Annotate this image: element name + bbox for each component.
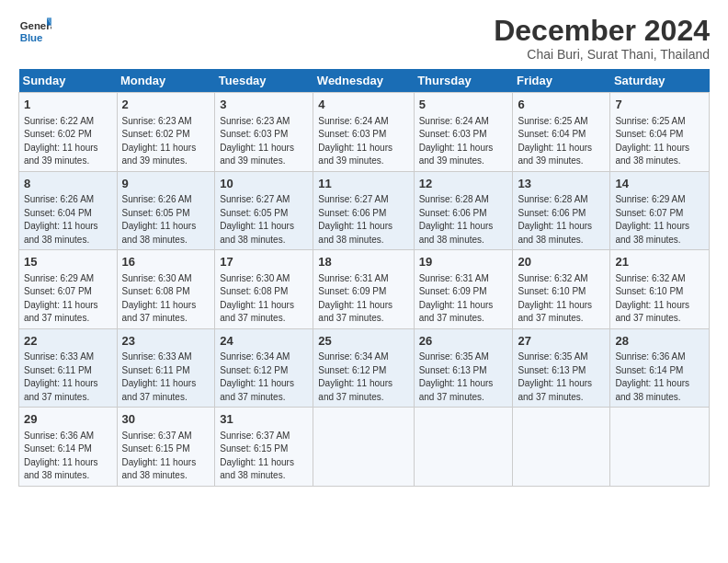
calendar-week-row: 15 Sunrise: 6:29 AMSunset: 6:07 PMDaylig… (19, 250, 710, 329)
calendar-cell (414, 408, 513, 487)
calendar-cell: 20 Sunrise: 6:32 AMSunset: 6:10 PMDaylig… (513, 250, 610, 329)
day-info: Sunrise: 6:23 AMSunset: 6:02 PMDaylight:… (122, 116, 197, 167)
logo: General Blue (18, 15, 51, 48)
day-info: Sunrise: 6:31 AMSunset: 6:09 PMDaylight:… (318, 273, 392, 324)
calendar-cell: 25 Sunrise: 6:34 AMSunset: 6:12 PMDaylig… (313, 328, 414, 408)
col-wednesday: Wednesday (313, 69, 414, 93)
month-title: December 2024 (494, 15, 710, 47)
calendar-week-row: 29 Sunrise: 6:36 AMSunset: 6:14 PMDaylig… (19, 408, 710, 487)
day-number: 27 (518, 333, 605, 350)
day-number: 28 (615, 333, 704, 350)
day-info: Sunrise: 6:37 AMSunset: 6:15 PMDaylight:… (220, 431, 294, 481)
day-info: Sunrise: 6:36 AMSunset: 6:14 PMDaylight:… (24, 431, 98, 481)
calendar-cell: 8 Sunrise: 6:26 AMSunset: 6:04 PMDayligh… (19, 171, 118, 250)
logo-icon: General Blue (18, 15, 51, 48)
day-number: 17 (220, 254, 308, 270)
calendar-body: 1 Sunrise: 6:22 AMSunset: 6:02 PMDayligh… (19, 93, 710, 487)
day-number: 9 (122, 176, 210, 192)
day-info: Sunrise: 6:22 AMSunset: 6:02 PMDaylight:… (24, 116, 98, 167)
day-number: 12 (419, 176, 508, 192)
col-saturday: Saturday (610, 69, 710, 93)
header: General Blue December 2024 Chai Buri, Su… (18, 15, 710, 62)
calendar-cell: 29 Sunrise: 6:36 AMSunset: 6:14 PMDaylig… (19, 408, 118, 487)
calendar-cell: 27 Sunrise: 6:35 AMSunset: 6:13 PMDaylig… (513, 328, 610, 408)
day-info: Sunrise: 6:26 AMSunset: 6:04 PMDaylight:… (24, 194, 98, 245)
day-info: Sunrise: 6:33 AMSunset: 6:11 PMDaylight:… (122, 351, 197, 402)
calendar-cell: 5 Sunrise: 6:24 AMSunset: 6:03 PMDayligh… (414, 93, 513, 172)
day-number: 7 (615, 97, 704, 113)
day-number: 18 (318, 254, 408, 270)
day-number: 21 (615, 254, 704, 270)
day-info: Sunrise: 6:35 AMSunset: 6:13 PMDaylight:… (518, 351, 592, 402)
calendar-cell: 24 Sunrise: 6:34 AMSunset: 6:12 PMDaylig… (215, 328, 313, 408)
col-tuesday: Tuesday (215, 69, 313, 93)
day-info: Sunrise: 6:26 AMSunset: 6:05 PMDaylight:… (122, 194, 197, 245)
page: General Blue December 2024 Chai Buri, Su… (0, 0, 728, 563)
calendar-cell: 23 Sunrise: 6:33 AMSunset: 6:11 PMDaylig… (117, 328, 215, 408)
day-number: 14 (615, 176, 704, 192)
day-info: Sunrise: 6:37 AMSunset: 6:15 PMDaylight:… (122, 431, 197, 481)
day-info: Sunrise: 6:30 AMSunset: 6:08 PMDaylight:… (122, 273, 197, 324)
day-info: Sunrise: 6:24 AMSunset: 6:03 PMDaylight:… (318, 116, 392, 167)
col-sunday: Sunday (19, 69, 118, 93)
calendar-cell: 4 Sunrise: 6:24 AMSunset: 6:03 PMDayligh… (313, 93, 414, 172)
day-info: Sunrise: 6:28 AMSunset: 6:06 PMDaylight:… (419, 194, 494, 245)
day-number: 24 (220, 333, 308, 350)
svg-text:Blue: Blue (20, 32, 43, 43)
day-number: 26 (419, 333, 508, 350)
day-number: 16 (122, 254, 210, 270)
day-info: Sunrise: 6:31 AMSunset: 6:09 PMDaylight:… (419, 273, 494, 324)
calendar-cell: 31 Sunrise: 6:37 AMSunset: 6:15 PMDaylig… (215, 408, 313, 487)
calendar-cell: 12 Sunrise: 6:28 AMSunset: 6:06 PMDaylig… (414, 171, 513, 250)
calendar-cell: 26 Sunrise: 6:35 AMSunset: 6:13 PMDaylig… (414, 328, 513, 408)
day-info: Sunrise: 6:28 AMSunset: 6:06 PMDaylight:… (518, 194, 592, 245)
calendar-week-row: 1 Sunrise: 6:22 AMSunset: 6:02 PMDayligh… (19, 93, 710, 172)
day-info: Sunrise: 6:25 AMSunset: 6:04 PMDaylight:… (518, 116, 592, 167)
calendar-cell: 2 Sunrise: 6:23 AMSunset: 6:02 PMDayligh… (117, 93, 215, 172)
day-number: 13 (518, 176, 605, 192)
calendar-cell: 15 Sunrise: 6:29 AMSunset: 6:07 PMDaylig… (19, 250, 118, 329)
svg-text:General: General (20, 20, 51, 31)
day-info: Sunrise: 6:29 AMSunset: 6:07 PMDaylight:… (615, 194, 689, 245)
calendar-cell: 1 Sunrise: 6:22 AMSunset: 6:02 PMDayligh… (19, 93, 118, 172)
day-info: Sunrise: 6:29 AMSunset: 6:07 PMDaylight:… (24, 273, 98, 324)
calendar-cell: 17 Sunrise: 6:30 AMSunset: 6:08 PMDaylig… (215, 250, 313, 329)
calendar-cell (313, 408, 414, 487)
calendar-week-row: 22 Sunrise: 6:33 AMSunset: 6:11 PMDaylig… (19, 328, 710, 408)
calendar-table: Sunday Monday Tuesday Wednesday Thursday… (18, 69, 710, 487)
day-info: Sunrise: 6:24 AMSunset: 6:03 PMDaylight:… (419, 116, 494, 167)
day-number: 31 (220, 411, 308, 428)
calendar-week-row: 8 Sunrise: 6:26 AMSunset: 6:04 PMDayligh… (19, 171, 710, 250)
day-number: 4 (318, 97, 408, 113)
calendar-cell: 14 Sunrise: 6:29 AMSunset: 6:07 PMDaylig… (610, 171, 710, 250)
calendar-cell: 28 Sunrise: 6:36 AMSunset: 6:14 PMDaylig… (610, 328, 710, 408)
day-info: Sunrise: 6:36 AMSunset: 6:14 PMDaylight:… (615, 351, 689, 402)
day-number: 8 (24, 176, 112, 192)
day-number: 15 (24, 254, 112, 270)
col-thursday: Thursday (414, 69, 513, 93)
day-info: Sunrise: 6:32 AMSunset: 6:10 PMDaylight:… (518, 273, 592, 324)
calendar-cell: 6 Sunrise: 6:25 AMSunset: 6:04 PMDayligh… (513, 93, 610, 172)
calendar-cell: 18 Sunrise: 6:31 AMSunset: 6:09 PMDaylig… (313, 250, 414, 329)
col-monday: Monday (117, 69, 215, 93)
day-number: 20 (518, 254, 605, 270)
location-subtitle: Chai Buri, Surat Thani, Thailand (494, 47, 710, 62)
day-number: 1 (24, 97, 112, 113)
calendar-cell: 22 Sunrise: 6:33 AMSunset: 6:11 PMDaylig… (19, 328, 118, 408)
day-info: Sunrise: 6:34 AMSunset: 6:12 PMDaylight:… (220, 351, 294, 402)
calendar-cell: 13 Sunrise: 6:28 AMSunset: 6:06 PMDaylig… (513, 171, 610, 250)
calendar-cell: 19 Sunrise: 6:31 AMSunset: 6:09 PMDaylig… (414, 250, 513, 329)
title-block: December 2024 Chai Buri, Surat Thani, Th… (494, 15, 710, 62)
day-number: 30 (122, 411, 210, 428)
calendar-cell: 10 Sunrise: 6:27 AMSunset: 6:05 PMDaylig… (215, 171, 313, 250)
calendar-cell: 30 Sunrise: 6:37 AMSunset: 6:15 PMDaylig… (117, 408, 215, 487)
calendar-cell: 16 Sunrise: 6:30 AMSunset: 6:08 PMDaylig… (117, 250, 215, 329)
day-number: 6 (518, 97, 605, 113)
day-number: 23 (122, 333, 210, 350)
calendar-cell: 7 Sunrise: 6:25 AMSunset: 6:04 PMDayligh… (610, 93, 710, 172)
day-number: 11 (318, 176, 408, 192)
day-info: Sunrise: 6:27 AMSunset: 6:05 PMDaylight:… (220, 194, 294, 245)
day-info: Sunrise: 6:30 AMSunset: 6:08 PMDaylight:… (220, 273, 294, 324)
day-info: Sunrise: 6:23 AMSunset: 6:03 PMDaylight:… (220, 116, 294, 167)
day-info: Sunrise: 6:32 AMSunset: 6:10 PMDaylight:… (615, 273, 689, 324)
